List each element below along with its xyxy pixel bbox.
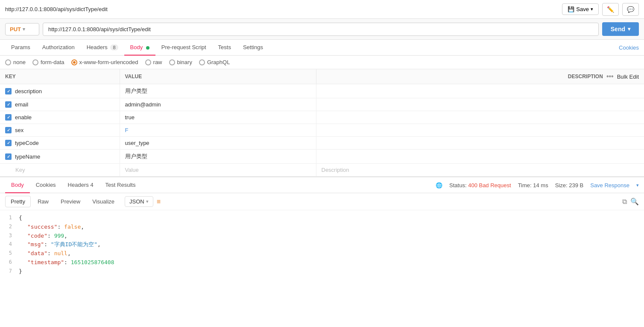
status-label: Status: 400 Bad Request	[449, 182, 511, 189]
row-checkbox[interactable]	[5, 153, 12, 160]
edit-icon: ✏️	[607, 6, 614, 13]
resp-tab-cookies[interactable]: Cookies	[30, 177, 62, 193]
response-section: Body Cookies Headers 4 Test Results 🌐 St…	[0, 176, 644, 280]
key-checkbox-cell: description	[5, 88, 114, 94]
empty-key-cell: Key	[0, 164, 120, 177]
resp-tab-testresults[interactable]: Test Results	[100, 177, 142, 193]
response-tabs-left: Body Cookies Headers 4 Test Results	[5, 177, 141, 193]
save-response-dropdown[interactable]: ▾	[636, 183, 639, 188]
body-active-dot	[146, 46, 149, 50]
table-row: enable true	[0, 111, 644, 124]
key-cell: description	[0, 84, 120, 98]
form-table: KEY VALUE DESCRIPTION ••• Bulk Edit	[0, 69, 644, 176]
key-cell: email	[0, 98, 120, 111]
url-input[interactable]	[43, 23, 599, 36]
method-select[interactable]: PUT ▾	[5, 23, 39, 35]
filter-icon[interactable]: ≡	[157, 198, 161, 206]
json-line: 4"msg": "字典ID不能为空",	[0, 240, 644, 249]
tab-params[interactable]: Params	[5, 40, 36, 56]
send-button[interactable]: Send ▾	[602, 22, 639, 36]
resp-tab-headers[interactable]: Headers 4	[62, 177, 100, 193]
view-tabs-row: Pretty Raw Preview Visualize JSON ▾ ≡ ⧉ …	[0, 193, 644, 210]
line-content: "success": false,	[19, 223, 84, 232]
resp-tab-body[interactable]: Body	[5, 177, 30, 193]
th-value: VALUE	[120, 69, 316, 84]
json-line: 2"success": false,	[0, 223, 644, 232]
format-dropdown-icon: ▾	[146, 199, 149, 204]
method-dropdown-icon: ▾	[23, 27, 25, 32]
table-header-row: KEY VALUE DESCRIPTION ••• Bulk Edit	[0, 69, 644, 84]
key-checkbox-cell: typeName	[5, 153, 114, 160]
row-checkbox[interactable]	[5, 127, 12, 133]
value-cell: 用户类型	[120, 150, 316, 164]
send-dropdown-icon: ▾	[628, 26, 630, 32]
view-tab-visualize[interactable]: Visualize	[87, 196, 120, 207]
save-button[interactable]: 💾 Save ▾	[562, 3, 599, 15]
method-label: PUT	[10, 26, 21, 32]
view-tab-raw[interactable]: Raw	[32, 196, 54, 207]
bulk-edit-button[interactable]: Bulk Edit	[617, 74, 639, 80]
search-icon[interactable]: 🔍	[630, 197, 639, 206]
key-text: typeName	[15, 153, 40, 160]
desc-cell	[316, 124, 644, 137]
view-tabs-right: ⧉ 🔍	[622, 197, 639, 206]
line-number: 1	[5, 214, 19, 222]
format-select[interactable]: JSON ▾	[125, 196, 153, 207]
tab-headers[interactable]: Headers 8	[81, 40, 124, 56]
body-type-binary[interactable]: binary	[169, 59, 192, 65]
body-type-none[interactable]: none	[5, 59, 26, 65]
json-part: ,	[67, 250, 71, 256]
edit-button[interactable]: ✏️	[602, 3, 619, 16]
more-icon[interactable]: •••	[606, 73, 614, 80]
time-info: Time: 14 ms	[518, 182, 548, 189]
json-part: "success"	[27, 224, 57, 230]
top-bar-actions: 💾 Save ▾ ✏️ 💬	[562, 3, 639, 16]
tab-settings[interactable]: Settings	[237, 40, 269, 56]
value-cell: admin@admin	[120, 98, 316, 111]
radio-urlencoded	[71, 59, 77, 65]
value-text: 用户类型	[125, 88, 147, 94]
key-cell: typeCode	[0, 137, 120, 150]
row-checkbox[interactable]	[5, 88, 12, 94]
tab-prerequest[interactable]: Pre-request Script	[155, 40, 212, 56]
body-type-row: none form-data x-www-form-urlencoded raw…	[0, 56, 644, 69]
body-type-raw[interactable]: raw	[145, 59, 162, 65]
cookies-link[interactable]: Cookies	[619, 40, 639, 55]
json-view: 1{2"success": false,3"code": 999,4"msg":…	[0, 210, 644, 280]
row-checkbox[interactable]	[5, 140, 12, 146]
line-number: 7	[5, 267, 19, 275]
body-type-formdata[interactable]: form-data	[32, 59, 64, 65]
table-row: typeName 用户类型	[0, 150, 644, 164]
json-part: "字典ID不能为空"	[51, 241, 97, 247]
tab-authorization[interactable]: Authorization	[36, 40, 81, 56]
comment-button[interactable]: 💬	[622, 3, 639, 16]
value-cell: true	[120, 111, 316, 124]
view-tab-preview[interactable]: Preview	[56, 196, 85, 207]
status-value: 400 Bad Request	[468, 182, 511, 189]
tab-body[interactable]: Body	[124, 40, 155, 56]
key-checkbox-cell: email	[5, 101, 114, 108]
json-part: :	[47, 233, 54, 239]
radio-formdata	[32, 59, 38, 65]
desc-cell	[316, 137, 644, 150]
globe-icon: 🌐	[436, 182, 442, 189]
body-type-urlencoded[interactable]: x-www-form-urlencoded	[71, 59, 138, 65]
desc-cell	[316, 84, 644, 98]
th-actions: DESCRIPTION ••• Bulk Edit	[322, 73, 639, 80]
key-checkbox-cell: enable	[5, 114, 114, 121]
row-checkbox[interactable]	[5, 114, 12, 121]
json-part: ,	[81, 224, 84, 230]
line-content: }	[19, 267, 22, 276]
view-tab-pretty[interactable]: Pretty	[5, 196, 31, 207]
json-line: 5"data": null,	[0, 249, 644, 258]
tab-tests[interactable]: Tests	[212, 40, 237, 56]
line-content: "code": 999,	[19, 232, 67, 241]
resp-headers-badge: 4	[90, 182, 93, 188]
json-part: :	[64, 259, 71, 265]
row-checkbox[interactable]	[5, 101, 12, 108]
save-response-button[interactable]: Save Response	[590, 182, 629, 189]
body-type-graphql[interactable]: GraphQL	[199, 59, 230, 65]
json-part: "code"	[27, 233, 47, 239]
copy-icon[interactable]: ⧉	[622, 198, 627, 206]
line-number: 6	[5, 258, 19, 266]
